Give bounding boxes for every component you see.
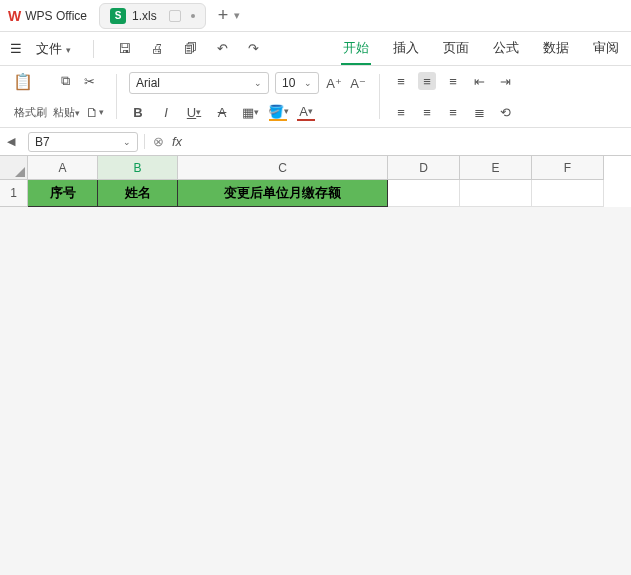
save-icon[interactable]: 🖫 [114,39,135,58]
tab-data[interactable]: 数据 [541,33,571,65]
header-cell-a[interactable]: 序号 [28,180,98,207]
orientation-icon[interactable]: ⟲ [496,103,514,121]
fill-color-button[interactable]: 🪣▾ [269,103,287,121]
select-all-corner[interactable] [0,156,28,180]
cell[interactable] [388,180,460,207]
tab-insert[interactable]: 插入 [391,33,421,65]
strikethrough-button[interactable]: A [213,103,231,121]
undo-icon[interactable]: ↶ [213,39,232,58]
cancel-formula-icon[interactable]: ⊗ [153,134,164,149]
format-painter-icon[interactable]: 📋 [14,72,32,90]
app-logo: W WPS Office [8,8,87,24]
app-name: WPS Office [25,9,87,23]
tab-dot-icon [191,14,195,18]
tab-formula[interactable]: 公式 [491,33,521,65]
print-preview-icon[interactable]: 🗐 [180,39,201,58]
font-size-select[interactable]: 10⌄ [275,72,319,94]
name-box[interactable]: B7⌄ [28,132,138,152]
increase-indent-icon[interactable]: ⇥ [496,72,514,90]
spreadsheet-icon: S [110,8,126,24]
font-name-select[interactable]: Arial⌄ [129,72,269,94]
align-right-icon[interactable]: ≡ [444,103,462,121]
nav-prev-icon[interactable]: ◀ [0,135,22,148]
tab-menu-chevron-icon[interactable]: ▾ [234,9,240,22]
tab-filename: 1.xls [132,9,157,23]
print-icon[interactable]: 🖨 [147,39,168,58]
align-top-icon[interactable]: ≡ [392,72,410,90]
file-menu[interactable]: 文件 ▾ [34,36,73,62]
decrease-indent-icon[interactable]: ⇤ [470,72,488,90]
cut-icon[interactable]: ✂ [80,72,98,90]
hamburger-icon[interactable]: ☰ [10,41,22,56]
col-header-F[interactable]: F [532,156,604,180]
spreadsheet-grid[interactable]: ABCDEF 1序号姓名变更后单位月缴存额 [0,156,631,207]
clipboard-dropdown-icon[interactable]: 🗋▾ [86,103,104,121]
redo-icon[interactable]: ↷ [244,39,263,58]
tab-window-icon[interactable] [169,10,181,22]
new-tab-button[interactable]: + [214,5,233,26]
decrease-font-icon[interactable]: A⁻ [349,74,367,92]
justify-icon[interactable]: ≣ [470,103,488,121]
font-color-button[interactable]: A▾ [297,103,315,121]
italic-button[interactable]: I [157,103,175,121]
col-header-E[interactable]: E [460,156,532,180]
align-middle-icon[interactable]: ≡ [418,72,436,90]
copy-icon[interactable]: ⧉ [56,72,74,90]
row-header-1[interactable]: 1 [0,180,28,207]
cell[interactable] [460,180,532,207]
align-bottom-icon[interactable]: ≡ [444,72,462,90]
col-header-B[interactable]: B [98,156,178,180]
bold-button[interactable]: B [129,103,147,121]
wps-logo-icon: W [8,8,21,24]
underline-button[interactable]: U▾ [185,103,203,121]
align-center-icon[interactable]: ≡ [418,103,436,121]
col-header-C[interactable]: C [178,156,388,180]
align-left-icon[interactable]: ≡ [392,103,410,121]
col-header-D[interactable]: D [388,156,460,180]
cell[interactable] [532,180,604,207]
fx-icon[interactable]: fx [172,134,182,149]
header-cell-b[interactable]: 姓名 [98,180,178,207]
tab-start[interactable]: 开始 [341,33,371,65]
paste-label[interactable]: 粘贴▾ [53,105,80,120]
format-painter-label[interactable]: 格式刷 [14,105,47,120]
header-cell-c[interactable]: 变更后单位月缴存额 [178,180,388,207]
document-tab[interactable]: S 1.xls [99,3,206,29]
col-header-A[interactable]: A [28,156,98,180]
tab-page[interactable]: 页面 [441,33,471,65]
border-button[interactable]: ▦▾ [241,103,259,121]
tab-review[interactable]: 审阅 [591,33,621,65]
increase-font-icon[interactable]: A⁺ [325,74,343,92]
